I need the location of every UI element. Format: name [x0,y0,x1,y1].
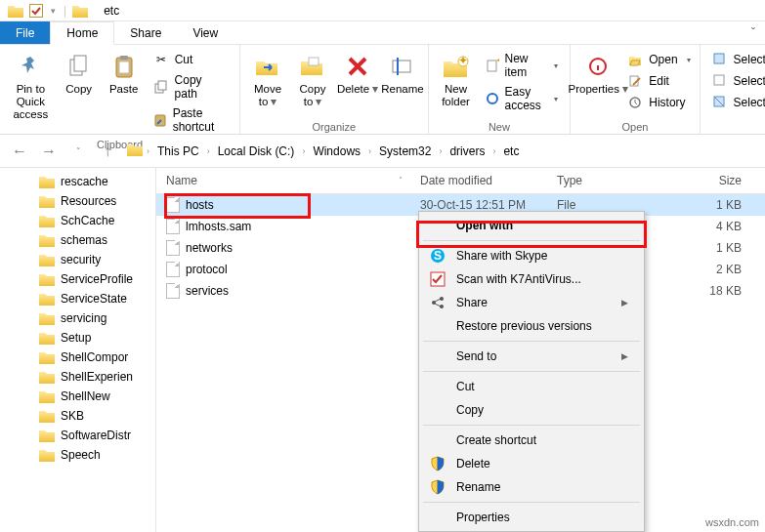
crumb-windows[interactable]: Windows [309,143,364,160]
context-menu-item[interactable]: SShare with Skype [421,244,642,267]
select-none-button[interactable]: Select [708,71,765,91]
tree-item[interactable]: rescache [0,172,155,191]
crumb-drivers[interactable]: drivers [446,143,489,160]
new-folder-button[interactable]: ✦ New folder [435,48,478,108]
column-type[interactable]: Type [547,168,664,193]
open-button[interactable]: Open▾ [623,50,694,69]
file-size: 4 KB [664,220,765,233]
context-menu-item[interactable]: Share▶ [421,291,642,314]
nav-back-icon[interactable]: ← [10,143,29,160]
tab-view[interactable]: View [177,21,234,44]
qat-checkbox-icon[interactable] [29,4,43,18]
tree-item[interactable]: servicing [0,308,155,328]
context-menu-item[interactable]: Copy [421,398,642,422]
svg-text:S: S [434,249,442,263]
context-menu-label: Send to [456,349,612,363]
copy-to-button[interactable]: Copy to▾ [291,48,334,108]
crumb-this-pc[interactable]: This PC [153,143,203,160]
tab-share[interactable]: Share [114,21,177,44]
folder-icon [8,4,23,18]
invert-selection-button[interactable]: Select [708,93,765,112]
copy-button[interactable]: Copy [58,48,101,96]
tree-item[interactable]: SchCache [0,211,155,230]
svg-rect-0 [30,4,43,17]
breadcrumb-folder-icon [72,4,88,18]
tree-item[interactable]: schemas [0,230,155,250]
tree-item[interactable]: Speech [0,445,155,465]
folder-tree[interactable]: rescacheResourcesSchCacheschemassecurity… [0,168,156,532]
ribbon-collapse-icon[interactable]: ˇ [742,21,765,44]
context-menu-item[interactable]: Rename [421,475,642,499]
rename-button[interactable]: Rename [381,48,424,96]
tree-item-label: Resources [61,194,116,208]
new-item-icon: ✦ [486,58,499,73]
breadcrumb[interactable]: › This PC› Local Disk (C:)› Windows› Sys… [127,143,755,160]
submenu-arrow-icon: ▶ [621,351,628,361]
edit-button[interactable]: Edit [623,71,694,91]
nav-forward-icon[interactable]: → [39,143,59,160]
cut-button[interactable]: ✂Cut [149,50,232,69]
folder-icon [39,389,55,403]
history-icon [627,95,643,110]
crumb-etc[interactable]: etc [499,143,523,160]
tree-item-label: SchCache [61,214,114,227]
svg-rect-11 [397,58,399,75]
tree-item[interactable]: SoftwareDistr [0,426,155,445]
open-icon [627,52,643,67]
context-menu-item[interactable]: Scan with K7AntiVirus... [421,267,642,291]
properties-button[interactable]: Properties▾ [576,48,619,96]
ribbon-group-select-label [706,132,759,133]
crumb-local-disk[interactable]: Local Disk (C:) [214,143,299,160]
tree-item[interactable]: ShellExperien [0,367,155,387]
history-button[interactable]: History [623,93,694,112]
paste-button[interactable]: Paste [103,48,146,96]
tree-item[interactable]: ShellNew [0,387,155,406]
folder-icon [39,272,55,286]
column-name[interactable]: Name˄ [156,168,410,193]
context-menu-item[interactable]: Open with [421,214,642,237]
context-menu-item[interactable]: Restore previous versions [421,314,642,338]
tree-item[interactable]: ShellCompor [0,348,155,367]
folder-icon [39,233,55,247]
select-all-button[interactable]: Select [708,50,765,69]
tree-item[interactable]: Setup [0,328,155,348]
column-date[interactable]: Date modified [410,168,547,193]
svg-rect-2 [74,56,86,71]
menu-icon [429,378,446,395]
menu-icon [429,401,446,419]
column-size[interactable]: Size [664,168,765,193]
folder-icon [39,331,55,345]
context-menu-item[interactable]: Create shortcut [421,429,642,452]
svg-text:✦: ✦ [495,59,499,67]
pin-to-quick-access-button[interactable]: Pin to Quick access [6,48,56,122]
context-menu-item[interactable]: Delete [421,452,642,475]
crumb-system32[interactable]: System32 [375,143,435,160]
qat-dropdown-icon[interactable]: ▾ [49,6,58,16]
easy-access-button[interactable]: Easy access▾ [482,83,563,114]
tab-home[interactable]: Home [50,21,114,45]
copy-path-button[interactable]: Copy path [149,71,232,102]
paste-shortcut-button[interactable]: Paste shortcut [149,104,232,136]
file-size: 1 KB [664,241,765,255]
tree-item[interactable]: SKB [0,406,155,426]
new-item-button[interactable]: ✦New item▾ [482,50,563,81]
nav-up-icon[interactable]: ↑ [98,143,117,160]
tree-item-label: servicing [61,311,106,325]
tree-item[interactable]: ServiceProfile [0,269,155,289]
svg-rect-21 [714,75,724,85]
context-menu-item[interactable]: Cut [421,375,642,398]
file-name: networks [186,241,233,255]
file-name: protocol [186,263,228,276]
tab-file[interactable]: File [0,21,50,44]
delete-button[interactable]: Delete▾ [336,48,379,96]
move-to-button[interactable]: Move to▾ [246,48,289,108]
context-menu-item[interactable]: Send to▶ [421,345,642,368]
context-menu-item[interactable]: Properties [421,506,642,529]
invert-icon [712,95,728,110]
tree-item[interactable]: security [0,250,155,269]
tree-item[interactable]: Resources [0,191,155,211]
nav-recent-icon[interactable]: ˅ [68,146,88,156]
breadcrumb-root-folder-icon [127,143,143,159]
tree-item[interactable]: ServiceState [0,289,155,308]
context-menu-label: Share [456,296,612,309]
